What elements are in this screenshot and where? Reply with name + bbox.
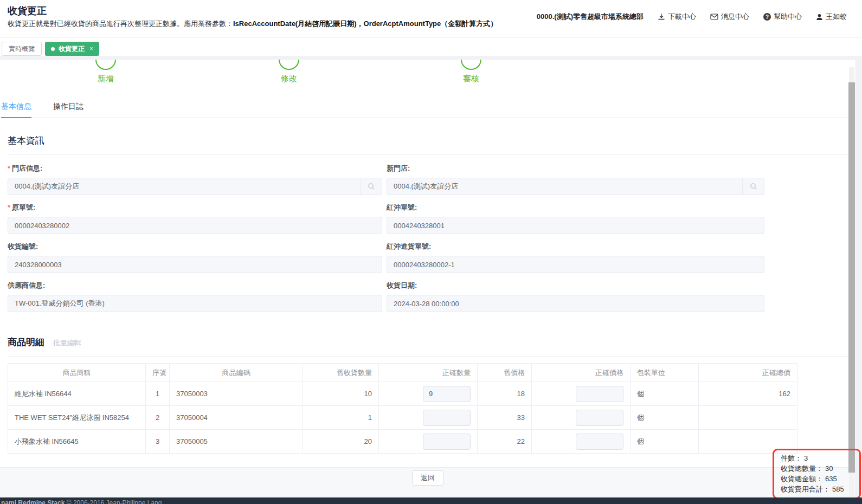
user-icon [816, 14, 823, 21]
correct-qty-input[interactable]: 9 [423, 386, 471, 402]
table-row: 小飛象水袖 IN56645 3 37050005 20 22 個 [8, 430, 797, 454]
reverse-purchase-no-input[interactable]: 00002403280002-1 [387, 256, 764, 273]
field-new-store: 新門店: 0004.(測試)友誼分店 [387, 164, 764, 195]
cell-correct-price [532, 406, 631, 430]
detail-tabs: 基本信息 操作日誌 [0, 102, 855, 118]
cell-correct-total: 162 [699, 382, 797, 406]
step-label-add: 新增 [84, 74, 127, 84]
supplier-info-input[interactable]: TW-001.登威分銷公司 (香港) [8, 295, 382, 312]
original-order-no-input[interactable]: 00002403280002 [8, 217, 382, 234]
cell-unit: 個 [631, 430, 699, 454]
col-product-name: 商品簡稱 [8, 364, 146, 382]
totals-summary-box: 件數：3 收貨總數量：30 收貨總金額：635 收貨費用合計：585 [773, 449, 861, 499]
background-window-strip: nami Redmine Stack © 2006-2016 Jean-Phil… [0, 497, 862, 504]
receipt-no-input[interactable]: 240328000003 [8, 256, 382, 273]
product-detail-section-header: 商品明細 批量編輯 [8, 336, 848, 357]
help-center-link[interactable]: ? 幫助中心 [763, 12, 802, 22]
reverse-order-no-input[interactable]: 0004240328001 [387, 217, 764, 234]
cell-seq: 1 [146, 382, 170, 406]
field-store-info: *門店信息: 0004.(測試)友誼分店 [8, 164, 382, 195]
active-dot-icon [51, 47, 55, 51]
cell-product-name: 維尼水袖 IN56644 [8, 382, 146, 406]
page-subtitle: 收貨更正就是對已經收貨的商品進行再次整理更正數據。應用業務參數：IsRecAcc… [8, 19, 497, 29]
cell-correct-price [532, 430, 631, 454]
cell-product-name: 小飛象水袖 IN56645 [8, 430, 146, 454]
workflow-steps: 新增 修改 審核 [0, 60, 855, 89]
tab-operation-log[interactable]: 操作日誌 [53, 102, 83, 118]
cell-correct-qty: 9 [379, 382, 478, 406]
subtitle-text: 收貨更正就是對已經收貨的商品進行再次整理更正數據。應用業務參數： [8, 20, 233, 28]
cell-product-code: 37050005 [170, 430, 303, 454]
search-icon[interactable] [360, 178, 382, 195]
basic-info-section-title: 基本資訊 [8, 134, 848, 155]
store-info-input[interactable]: 0004.(測試)友誼分店 [8, 178, 382, 195]
step-circle-add [95, 60, 116, 70]
summary-total-qty: 收貨總數量：30 [781, 463, 859, 474]
user-menu[interactable]: 王如蛟 [816, 12, 847, 22]
tab-realtime-overview[interactable]: 實時概覽 [2, 42, 42, 56]
new-store-input[interactable]: 0004.(測試)友誼分店 [387, 178, 764, 195]
message-center-link[interactable]: 消息中心 [710, 12, 749, 22]
cell-old-price: 18 [478, 382, 532, 406]
required-marker: * [8, 164, 10, 172]
product-table: 商品簡稱 序號 商品編碼 舊收貨數量 正確數量 舊價格 正確價格 包裝單位 正確… [8, 363, 797, 454]
org-name: 0000.(測試)零售超級市場系統總部 [537, 12, 644, 22]
col-correct-price: 正確價格 [532, 364, 631, 382]
table-header-row: 商品簡稱 序號 商品編碼 舊收貨數量 正確數量 舊價格 正確價格 包裝單位 正確… [8, 364, 797, 382]
tab-receipt-correction[interactable]: 收貨更正 × [45, 42, 99, 56]
download-icon [658, 13, 665, 21]
footer-bar: 返回 [0, 467, 855, 497]
step-label-audit: 審核 [449, 74, 493, 84]
field-receipt-no: 收貨編號: 240328000003 [8, 242, 382, 273]
cell-old-price: 33 [478, 406, 532, 430]
subtitle-params: IsRecAccountDate(月結啓用記賬日期)，OrderAcptAmou… [233, 20, 497, 28]
receipt-date-input[interactable]: 2024-03-28 00:00:00 [387, 295, 764, 312]
step-circle-audit [461, 60, 481, 70]
correct-price-input[interactable] [576, 386, 623, 402]
cell-product-name: THE WET SET24"維尼泳圈 IN58254 [8, 406, 146, 430]
close-tab-icon[interactable]: × [89, 45, 93, 53]
cell-seq: 3 [146, 430, 170, 454]
scrollbar-thumb[interactable] [848, 82, 855, 473]
correct-qty-input[interactable] [423, 434, 471, 450]
summary-total-fee: 收貨費用合計：585 [781, 484, 859, 494]
download-center-link[interactable]: 下載中心 [658, 12, 696, 22]
field-original-order-no: *原單號: 00002403280002 [8, 203, 382, 234]
cell-correct-qty [379, 406, 478, 430]
cell-product-code: 37050003 [170, 382, 303, 406]
correct-price-input[interactable] [576, 410, 623, 426]
col-seq: 序號 [146, 364, 170, 382]
table-row: 維尼水袖 IN56644 1 37050003 10 9 18 個 162 [8, 382, 797, 406]
required-marker: * [8, 203, 10, 211]
search-icon[interactable] [742, 178, 764, 195]
help-icon: ? [763, 13, 771, 21]
correct-qty-input[interactable] [423, 410, 471, 426]
tab-basic-info[interactable]: 基本信息 [1, 102, 31, 118]
cell-old-price: 22 [478, 430, 532, 454]
field-supplier-info: 供應商信息: TW-001.登威分銷公司 (香港) [8, 281, 382, 312]
col-unit: 包裝單位 [631, 364, 699, 382]
step-label-modify: 修改 [267, 74, 311, 84]
field-receipt-date: 收貨日期: 2024-03-28 00:00:00 [387, 281, 764, 312]
page-title: 收貨更正 [8, 4, 47, 17]
main-panel: 新增 修改 審核 基本信息 操作日誌 基本資訊 *門店信息: 0004.(測試)… [0, 60, 855, 497]
cell-correct-price [532, 382, 631, 406]
cell-old-qty: 1 [303, 406, 379, 430]
summary-item-count: 件數：3 [781, 453, 859, 463]
batch-edit-link[interactable]: 批量編輯 [53, 338, 81, 348]
correct-price-input[interactable] [576, 434, 623, 450]
basic-info-form: *門店信息: 0004.(測試)友誼分店 *原單號: 0000240328000… [8, 164, 855, 320]
cell-correct-total [699, 406, 797, 430]
step-circle-modify [279, 60, 299, 70]
page-header: 收貨更正 收貨更正就是對已經收貨的商品進行再次整理更正數據。應用業務參數：IsR… [0, 0, 862, 37]
product-detail-title: 商品明細 [8, 336, 44, 348]
table-row: THE WET SET24"維尼泳圈 IN58254 2 37050004 1 … [8, 406, 797, 430]
cell-unit: 個 [631, 382, 699, 406]
summary-total-amount: 收貨總金額：635 [781, 474, 859, 484]
cell-old-qty: 20 [303, 430, 379, 454]
back-button[interactable]: 返回 [412, 470, 443, 486]
field-reverse-purchase-no: 紅沖進貨單號: 00002403280002-1 [387, 242, 764, 273]
col-old-price: 舊價格 [478, 364, 532, 382]
cell-seq: 2 [146, 406, 170, 430]
col-correct-qty: 正確數量 [379, 364, 478, 382]
